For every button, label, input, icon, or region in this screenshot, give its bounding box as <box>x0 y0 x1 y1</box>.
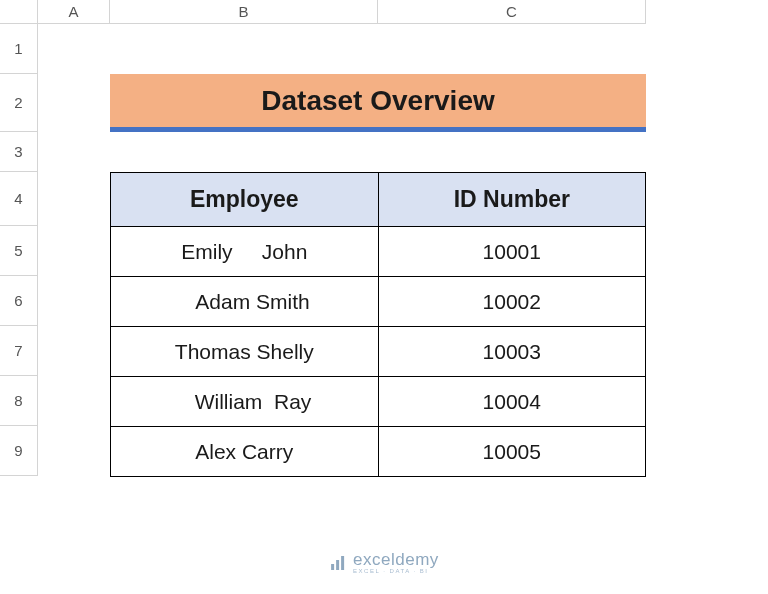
watermark: exceldemy EXCEL · DATA · BI <box>329 551 439 574</box>
svg-rect-1 <box>336 560 339 570</box>
row-header-3[interactable]: 3 <box>0 132 38 172</box>
select-all-corner[interactable] <box>0 0 38 24</box>
cell-employee[interactable]: William Ray <box>111 377 379 427</box>
cell-employee[interactable]: Adam Smith <box>111 277 379 327</box>
cell-id[interactable]: 10002 <box>378 277 645 327</box>
column-header-c[interactable]: C <box>378 0 646 24</box>
column-headers: A B C <box>0 0 646 24</box>
watermark-text: exceldemy EXCEL · DATA · BI <box>353 551 439 574</box>
watermark-main: exceldemy <box>353 551 439 568</box>
row-header-7[interactable]: 7 <box>0 326 38 376</box>
spacer-row <box>110 132 646 172</box>
data-table: Employee ID Number Emily John 10001 Adam… <box>110 172 646 477</box>
row-header-5[interactable]: 5 <box>0 226 38 276</box>
table-header-row: Employee ID Number <box>111 173 646 227</box>
row-header-1[interactable]: 1 <box>0 24 38 74</box>
title-cell[interactable]: Dataset Overview <box>110 74 646 132</box>
row-header-9[interactable]: 9 <box>0 426 38 476</box>
chart-icon <box>329 554 347 572</box>
cell-id[interactable]: 10003 <box>378 327 645 377</box>
row-headers: 1 2 3 4 5 6 7 8 9 <box>0 24 38 476</box>
table-row: Thomas Shelly 10003 <box>111 327 646 377</box>
table-row: Alex Carry 10005 <box>111 427 646 477</box>
header-id[interactable]: ID Number <box>378 173 645 227</box>
row-header-8[interactable]: 8 <box>0 376 38 426</box>
content-area: Dataset Overview Employee ID Number Emil… <box>110 74 646 477</box>
cell-id[interactable]: 10005 <box>378 427 645 477</box>
table-row: William Ray 10004 <box>111 377 646 427</box>
column-header-b[interactable]: B <box>110 0 378 24</box>
header-employee[interactable]: Employee <box>111 173 379 227</box>
cell-employee[interactable]: Alex Carry <box>111 427 379 477</box>
svg-rect-0 <box>331 564 334 570</box>
spreadsheet-grid: A B C 1 2 3 4 5 6 7 8 9 Dataset Overview… <box>0 0 768 594</box>
row-header-6[interactable]: 6 <box>0 276 38 326</box>
table-row: Adam Smith 10002 <box>111 277 646 327</box>
svg-rect-2 <box>341 556 344 570</box>
watermark-sub: EXCEL · DATA · BI <box>353 568 439 574</box>
row-header-4[interactable]: 4 <box>0 172 38 226</box>
column-header-a[interactable]: A <box>38 0 110 24</box>
row-header-2[interactable]: 2 <box>0 74 38 132</box>
cell-id[interactable]: 10001 <box>378 227 645 277</box>
cell-employee[interactable]: Thomas Shelly <box>111 327 379 377</box>
cell-employee[interactable]: Emily John <box>111 227 379 277</box>
table-row: Emily John 10001 <box>111 227 646 277</box>
cell-id[interactable]: 10004 <box>378 377 645 427</box>
